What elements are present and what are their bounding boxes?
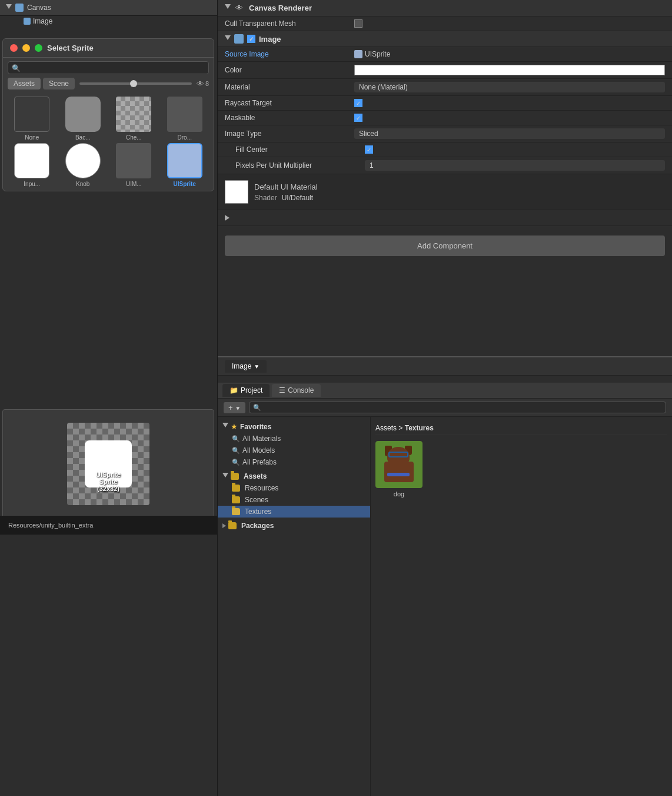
sprite-item-none[interactable]: None <box>8 97 56 141</box>
close-button[interactable] <box>10 44 18 52</box>
canvas-expand-icon[interactable] <box>6 4 12 12</box>
select-sprite-panel: Select Sprite 🔍 Assets Scene 👁 8 None <box>2 38 214 191</box>
bottom-image-tab[interactable]: Image ▼ <box>225 360 267 373</box>
image-type-value[interactable]: Sliced <box>354 128 665 139</box>
fill-center-checkbox[interactable]: ✓ <box>365 145 373 154</box>
material-preview-name: Default UI Material <box>254 183 318 191</box>
all-materials-label: All Materials <box>242 435 281 443</box>
tab-console[interactable]: ☰ Console <box>272 384 321 397</box>
minimize-button[interactable] <box>22 44 30 52</box>
packages-header[interactable]: Packages <box>218 520 370 532</box>
resource-path-text: Resources/unity_builtin_extra <box>8 522 93 529</box>
eye-icon-canvas: 👁 <box>235 4 243 12</box>
scenes-label: Scenes <box>245 496 268 504</box>
canvas-renderer-header: 👁 Canvas Renderer <box>218 0 672 16</box>
tree-item-textures[interactable]: Textures <box>218 506 370 518</box>
material-expand-row <box>218 210 672 226</box>
folder-icon-sm: 📁 <box>229 386 238 394</box>
project-toolbar: + ▼ 🔍 <box>218 399 672 417</box>
project-search-bar[interactable]: 🔍 <box>249 402 666 413</box>
sprite-item-uisp[interactable]: UISprite <box>161 143 209 187</box>
zoom-slider-track[interactable] <box>79 82 192 85</box>
raycast-target-row: Raycast Target ✓ <box>218 96 672 111</box>
image-type-label: Image Type <box>225 130 354 138</box>
shader-value: UI/Default <box>282 194 313 202</box>
sprite-label-uisp: UISprite <box>174 181 196 187</box>
add-component-button[interactable]: Add Component <box>225 236 665 256</box>
dog-glasses <box>388 452 408 457</box>
bottom-image-tab-label: Image <box>232 362 251 370</box>
sprite-label-dro: Dro... <box>178 134 192 141</box>
project-search-input[interactable] <box>264 403 662 412</box>
sprite-item-dro[interactable]: Dro... <box>161 97 209 141</box>
tree-item-all-prefabs[interactable]: 🔍 All Prefabs <box>218 456 370 468</box>
sprite-search-bar[interactable]: 🔍 <box>8 61 209 74</box>
raycast-target-checkbox[interactable]: ✓ <box>354 99 362 107</box>
sprite-thumb-knob <box>65 143 101 178</box>
fill-center-row: Fill Center ✓ <box>218 142 672 157</box>
tree-item-resources[interactable]: Resources <box>218 482 370 494</box>
packages-expand <box>222 523 226 528</box>
image-enabled-checkbox[interactable]: ✓ <box>247 35 255 43</box>
pixels-per-unit-label: Pixels Per Unit Multiplier <box>235 161 365 170</box>
canvas-renderer-expand[interactable] <box>225 4 231 12</box>
material-expand-arrow[interactable] <box>225 215 229 221</box>
cull-transparent-label: Cull Transparent Mesh <box>225 19 354 28</box>
canvas-renderer-title: Canvas Renderer <box>249 4 312 12</box>
maskable-checkbox[interactable]: ✓ <box>354 114 362 122</box>
image-component-header: ✓ Image <box>218 31 672 47</box>
tree-item-all-models[interactable]: 🔍 All Models <box>218 445 370 456</box>
zoom-slider-thumb[interactable] <box>130 80 137 87</box>
dog-asset-label: dog <box>394 490 404 498</box>
dog-asset-thumb <box>375 441 423 488</box>
image-component-icon <box>234 34 244 44</box>
assets-header[interactable]: Assets <box>218 470 370 482</box>
favorites-header[interactable]: ★ Favorites <box>218 420 370 433</box>
bottom-tab-row: Image ▼ <box>218 357 672 375</box>
preview-info-label: UISpriteSprite(32x32) <box>79 471 138 492</box>
console-icon-sm: ☰ <box>279 386 285 394</box>
all-prefabs-search-icon: 🔍 <box>232 459 240 466</box>
favorites-star-icon: ★ <box>231 422 238 431</box>
material-info: Default UI Material Shader UI/Default <box>254 183 318 202</box>
tab-assets[interactable]: Assets <box>8 78 41 89</box>
uisprite-preview-container: UISpriteSprite(32x32) <box>79 435 138 493</box>
search-icon: 🔍 <box>12 64 19 71</box>
sprite-search-input[interactable] <box>21 64 205 72</box>
all-models-label: All Models <box>242 446 275 455</box>
project-search-icon: 🔍 <box>253 404 261 412</box>
asset-grid: dog <box>375 441 667 498</box>
sprite-item-inpu[interactable]: Inpu... <box>8 143 56 187</box>
material-label: Material <box>225 83 354 91</box>
file-tree: ★ Favorites 🔍 All Materials 🔍 All Models… <box>218 417 371 796</box>
cull-transparent-checkbox[interactable] <box>354 19 362 28</box>
image-label: Image <box>33 17 52 25</box>
image-expand-icon[interactable] <box>225 35 231 43</box>
dog-image <box>375 441 423 488</box>
sprite-thumb-che <box>116 97 151 132</box>
color-picker[interactable] <box>354 65 665 75</box>
sprite-item-knob[interactable]: Knob <box>59 143 108 187</box>
sprite-thumb-dro <box>167 97 202 132</box>
color-label: Color <box>225 66 354 74</box>
image-type-row: Image Type Sliced <box>218 125 672 142</box>
asset-item-dog[interactable]: dog <box>375 441 423 498</box>
maximize-button[interactable] <box>35 44 42 52</box>
sprite-item-che[interactable]: Che... <box>109 97 158 141</box>
image-hierarchy-item[interactable]: Image <box>0 16 217 26</box>
sprite-label-bac: Bac... <box>75 134 91 141</box>
tree-item-all-materials[interactable]: 🔍 All Materials <box>218 433 370 445</box>
project-panel: 📁 Project ☰ Console + ▼ 🔍 ★ Favorites <box>218 383 672 796</box>
dog-body <box>384 462 414 482</box>
left-panel: Canvas Image Select Sprite 🔍 Assets Scen… <box>0 0 218 796</box>
assets-folder-icon <box>231 473 239 480</box>
tab-project[interactable]: 📁 Project <box>222 384 270 397</box>
sprite-item-bac[interactable]: Bac... <box>59 97 108 141</box>
console-tab-label: Console <box>288 386 314 394</box>
project-add-button[interactable]: + ▼ <box>224 402 245 413</box>
sprite-label-knob: Knob <box>76 181 89 187</box>
sprite-item-uim[interactable]: UIM... <box>109 143 158 187</box>
tree-item-scenes[interactable]: Scenes <box>218 494 370 506</box>
pixels-per-unit-value[interactable]: 1 <box>365 160 665 171</box>
tab-scene[interactable]: Scene <box>43 78 75 89</box>
